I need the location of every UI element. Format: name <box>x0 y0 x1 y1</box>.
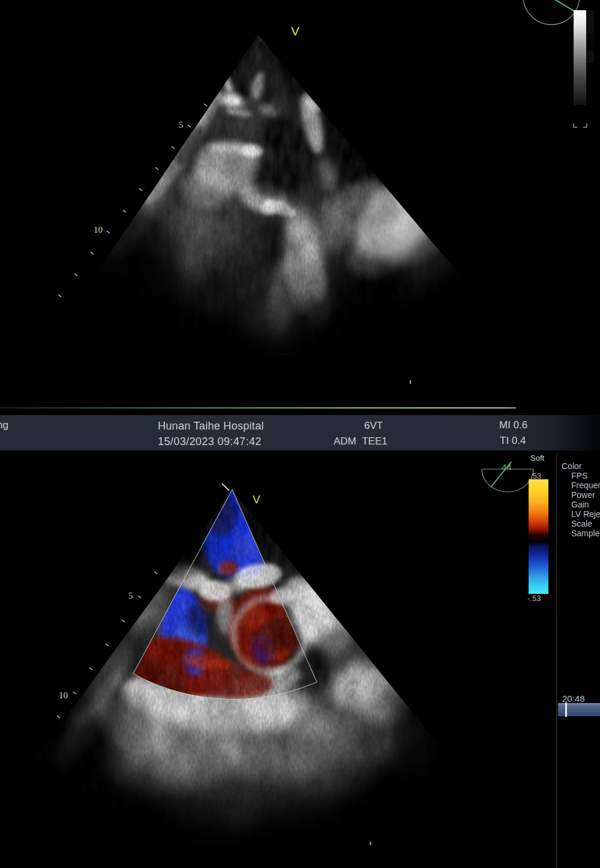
svg-text:10: 10 <box>59 690 68 700</box>
svg-text:5: 5 <box>179 120 184 130</box>
svg-text:44: 44 <box>502 462 512 472</box>
svg-text:V: V <box>291 24 299 38</box>
svg-text:5: 5 <box>128 591 133 600</box>
svg-text:10: 10 <box>94 225 103 235</box>
svg-text:V: V <box>253 493 260 506</box>
